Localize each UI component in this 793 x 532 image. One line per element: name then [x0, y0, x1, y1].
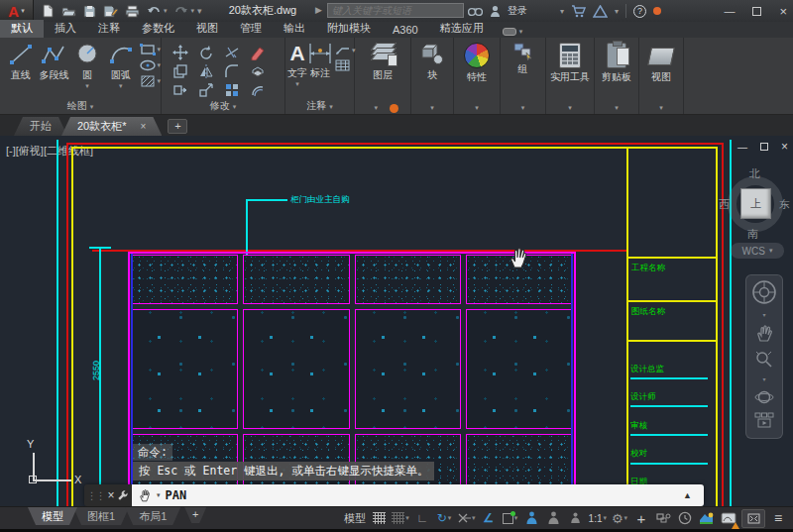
viewcube-north-label[interactable]: 北: [749, 166, 760, 181]
tab-a360[interactable]: A360: [382, 23, 429, 38]
command-history-expand-icon[interactable]: ▲: [683, 490, 692, 500]
mirror-icon[interactable]: [198, 63, 214, 79]
isometric-angle-toggle[interactable]: ∠: [480, 509, 498, 528]
cart-icon[interactable]: [571, 5, 586, 18]
panel-view[interactable]: 视图 ▾: [639, 38, 684, 114]
rectangle-button[interactable]: ▾: [140, 44, 162, 55]
command-line[interactable]: ⋮⋮ × ▾ PAN ▲: [84, 484, 704, 506]
tab-manage[interactable]: 管理: [229, 20, 273, 38]
trim-icon[interactable]: [224, 45, 240, 60]
command-grip-handle[interactable]: ⋮⋮: [87, 490, 105, 501]
redo-icon[interactable]: [174, 5, 188, 17]
offset-icon[interactable]: [250, 82, 266, 98]
save-icon[interactable]: [83, 5, 96, 18]
command-options-caret-icon[interactable]: ▾: [157, 491, 161, 499]
panel-clipboard[interactable]: 剪贴板 ▾: [595, 38, 639, 114]
tab-home[interactable]: 默认: [0, 20, 44, 38]
app-menu-button[interactable]: A ▾: [0, 0, 34, 22]
leader-button[interactable]: ▾: [335, 46, 356, 55]
panel-utilities[interactable]: 实用工具 ▾: [546, 38, 595, 114]
wcs-dropdown[interactable]: WCS▾: [731, 243, 784, 259]
save-as-icon[interactable]: [103, 5, 118, 18]
doc-close-button[interactable]: ×: [781, 140, 788, 154]
open-file-icon[interactable]: [61, 5, 76, 18]
layout-tab-layout1[interactable]: 布局1: [125, 507, 180, 525]
viewcube-east-label[interactable]: 东: [779, 197, 790, 212]
group-caret-icon[interactable]: ▾: [521, 104, 525, 112]
viewcube-west-label[interactable]: 西: [719, 197, 730, 212]
annotation-scale-value[interactable]: 1:1▾: [589, 509, 607, 528]
layout-tab-model[interactable]: 模型: [28, 507, 77, 525]
display-warning-toggle[interactable]: [720, 509, 737, 528]
signin-label[interactable]: 登录: [508, 4, 527, 18]
circle-caret-icon[interactable]: ▾: [85, 83, 89, 88]
ortho-mode-toggle[interactable]: ∟: [413, 509, 431, 528]
layers-caret-icon[interactable]: ▾: [375, 104, 379, 112]
grid-display-toggle[interactable]: [370, 509, 388, 528]
minimize-button[interactable]: —: [724, 5, 735, 17]
rectangle-caret-icon[interactable]: ▾: [158, 46, 162, 53]
annotation-monitor-plus[interactable]: +: [632, 509, 650, 528]
search-input[interactable]: [327, 3, 464, 18]
line-button[interactable]: 直线: [4, 38, 38, 88]
file-tab-drawing[interactable]: 20款衣柜* ×: [61, 117, 162, 136]
properties-caret-icon[interactable]: ▾: [475, 104, 479, 112]
tab-parametric[interactable]: 参数化: [131, 20, 185, 38]
fillet-icon[interactable]: [224, 63, 240, 79]
panel-block[interactable]: 块 ▾: [411, 38, 454, 114]
rotate-icon[interactable]: [198, 45, 214, 60]
tab-insert[interactable]: 插入: [44, 20, 87, 38]
command-close-icon[interactable]: ×: [107, 488, 114, 502]
file-tab-close-icon[interactable]: ×: [141, 121, 147, 132]
tab-annotate[interactable]: 注释: [87, 20, 131, 38]
arc-caret-icon[interactable]: ▾: [119, 83, 123, 88]
stretch-icon[interactable]: [172, 82, 188, 98]
tab-view[interactable]: 视图: [185, 20, 229, 38]
signin-person-icon[interactable]: [490, 5, 501, 18]
tab-featured-apps[interactable]: 精选应用: [429, 20, 495, 38]
annotation-scale-person-icon[interactable]: [567, 509, 585, 528]
signin-caret-icon[interactable]: ▾: [560, 7, 564, 16]
close-button[interactable]: ×: [779, 4, 787, 19]
help-icon[interactable]: ?: [633, 5, 646, 18]
copy-icon[interactable]: [172, 63, 188, 79]
undo-icon[interactable]: [147, 5, 161, 17]
panel-layers[interactable]: 图层 ▾: [355, 38, 411, 114]
fullscreen-toggle[interactable]: [741, 509, 765, 528]
scale-icon[interactable]: [198, 82, 214, 98]
print-icon[interactable]: [125, 5, 140, 18]
new-drawing-tab-button[interactable]: +: [168, 119, 187, 134]
panel-modify-title[interactable]: 修改▾: [162, 99, 284, 113]
command-customize-wrench-icon[interactable]: [117, 489, 129, 501]
a360-icon[interactable]: [593, 5, 608, 18]
object-snap-toggle[interactable]: ▾: [502, 509, 519, 528]
array-icon[interactable]: [224, 82, 240, 98]
navbar-caret-icon[interactable]: ▾: [762, 311, 765, 318]
polyline-button[interactable]: 多段线: [38, 38, 71, 88]
pan-tool-icon[interactable]: [754, 324, 774, 344]
panel-properties[interactable]: 特性 ▾: [454, 38, 501, 114]
dimension-button[interactable]: 标注: [307, 38, 333, 86]
navbar-caret-icon[interactable]: ▾: [762, 375, 765, 382]
tab-addins[interactable]: 附加模块: [316, 20, 382, 38]
drawing-canvas[interactable]: [-][俯视][二维线框] — × 工程名称 图纸名称 设计总监 设计师 审核 …: [0, 136, 793, 506]
showmotion-icon[interactable]: [754, 412, 774, 428]
ellipse-button[interactable]: ▾: [140, 59, 162, 71]
arc-button[interactable]: 圆弧 ▾: [104, 38, 138, 88]
customization-menu[interactable]: ≡: [769, 509, 787, 528]
workspace-switching-gear[interactable]: ⚙▾: [611, 509, 628, 528]
maximize-button[interactable]: [752, 7, 761, 16]
hardware-acceleration-clock[interactable]: [676, 509, 694, 528]
hatch-button[interactable]: ▾: [140, 75, 162, 87]
qat-customize-icon[interactable]: ▾: [197, 6, 202, 16]
block-caret-icon[interactable]: ▾: [430, 104, 434, 112]
redo-caret-icon[interactable]: ▾: [191, 7, 195, 15]
navigation-wheel-icon[interactable]: [751, 279, 777, 305]
graphics-performance-toggle[interactable]: [698, 509, 716, 528]
model-space-toggle[interactable]: 模型: [344, 509, 366, 528]
viewcube-top-face[interactable]: 上: [740, 188, 771, 219]
panel-annotation-title[interactable]: 注释▾: [285, 99, 354, 113]
doc-minimize-button[interactable]: —: [737, 142, 747, 153]
utilities-caret-icon[interactable]: ▾: [568, 104, 572, 112]
viewcube-south-label[interactable]: 南: [747, 227, 758, 242]
